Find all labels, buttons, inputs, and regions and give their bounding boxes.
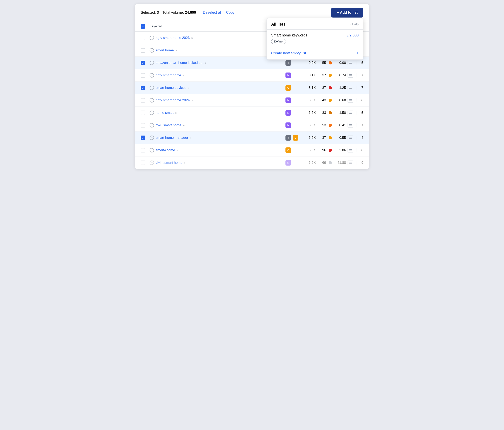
keyword-text[interactable]: home smart (156, 111, 174, 115)
row-checkbox-cell (141, 73, 150, 78)
add-to-list-icon[interactable]: + (150, 136, 154, 140)
row-checkbox[interactable] (141, 61, 145, 65)
row-keyword-cell: + home smart » (150, 111, 286, 115)
serp-icon[interactable] (348, 86, 353, 90)
serp-inner (349, 86, 352, 89)
row-checkbox[interactable] (141, 111, 145, 115)
row-kd: 53 (316, 123, 332, 127)
help-label[interactable]: Help (352, 23, 359, 26)
deselect-all-button[interactable]: Deselect all (203, 10, 222, 15)
keyword-text[interactable]: smart home (156, 48, 174, 52)
serp-icon[interactable] (348, 136, 353, 140)
row-serp-cell (346, 61, 355, 65)
serp-icon[interactable] (348, 148, 353, 152)
add-to-list-icon[interactable]: + (150, 73, 154, 78)
copy-button[interactable]: Copy (226, 10, 234, 15)
row-kd: 83 (316, 111, 332, 115)
intent-badges: N (286, 160, 300, 166)
table-row: + roku smart home » N 6.6K 53 0.41 7 (135, 119, 369, 132)
keyword-arrows-icon: » (175, 111, 177, 114)
row-keyword-cell: + vivint smart home » (150, 160, 286, 165)
intent-badges: C (286, 148, 300, 153)
add-to-list-icon[interactable]: + (150, 36, 154, 40)
add-to-list-button[interactable]: + Add to list (331, 8, 363, 18)
intent-badge-C: C (286, 148, 291, 153)
add-to-list-icon[interactable]: + (150, 61, 154, 65)
table-row: + smart home manager » IC 6.6K 37 0.55 4 (135, 132, 369, 144)
row-volume: 6.6K (300, 111, 316, 115)
row-serp-cell (346, 148, 355, 152)
add-to-list-icon[interactable]: + (150, 123, 154, 127)
default-badge: Default (271, 39, 286, 44)
row-keyword-cell: + smart&home » (150, 148, 286, 152)
list-count: 3/2,000 (347, 33, 359, 37)
row-kd: 69 (316, 161, 332, 165)
row-checkbox[interactable] (141, 136, 145, 140)
add-to-list-icon[interactable]: + (150, 48, 154, 53)
keyword-text[interactable]: smart home manager (156, 136, 188, 140)
row-keyword-cell: + amazon smart home locked out » (150, 61, 286, 65)
row-checkbox[interactable] (141, 48, 145, 53)
table-row: + vivint smart home » N 6.6K 69 41.88 9 (135, 157, 369, 169)
row-checkbox[interactable] (141, 73, 145, 78)
keyword-text[interactable]: amazon smart home locked out (156, 61, 203, 65)
row-checkbox[interactable] (141, 36, 145, 40)
intent-badge-N: N (286, 160, 291, 166)
add-to-list-icon[interactable]: + (150, 111, 154, 115)
row-checkbox-cell (141, 98, 150, 103)
serp-inner (349, 161, 352, 164)
serp-icon[interactable] (348, 98, 353, 103)
row-checkbox-cell (141, 136, 150, 140)
row-keyword-cell: + smart home manager » (150, 136, 286, 140)
row-results: 7 (356, 73, 363, 77)
list-item-top: Smart home keywords 3/2,000 (271, 33, 359, 37)
intent-badge-N: N (286, 97, 291, 103)
table-row: + home smart » N 6.6K 83 1.50 5 (135, 106, 369, 119)
keyword-text[interactable]: hgtv smart home 2023 (156, 36, 190, 40)
row-checkbox[interactable] (141, 148, 145, 152)
row-volume: 8.1K (300, 86, 316, 90)
select-all-checkbox[interactable] (141, 24, 145, 29)
keyword-text[interactable]: vivint smart home (156, 161, 182, 165)
serp-icon[interactable] (348, 160, 353, 165)
top-bar: Selected: 3 Total volume: 24,600 Deselec… (135, 4, 369, 21)
add-to-list-icon[interactable]: + (150, 160, 154, 165)
keyword-text[interactable]: smart home devices (156, 86, 186, 90)
row-checkbox-cell (141, 36, 150, 40)
serp-inner (349, 136, 352, 139)
list-item-smart-home-keywords[interactable]: Smart home keywords 3/2,000 Default (267, 30, 363, 47)
keyword-text[interactable]: hgtv smart home 2024 (156, 98, 190, 102)
row-kd: 87 (316, 86, 332, 90)
add-to-list-icon[interactable]: + (150, 86, 154, 90)
keyword-arrows-icon: » (191, 99, 193, 102)
add-to-list-icon[interactable]: + (150, 98, 154, 103)
dropdown-help: 𝑖 Help (350, 23, 359, 26)
row-checkbox[interactable] (141, 86, 145, 90)
keyword-arrows-icon: » (188, 86, 189, 89)
help-icon: 𝑖 (350, 23, 351, 26)
create-new-list-row[interactable]: Create new empty list + (267, 47, 363, 59)
row-results: 7 (356, 123, 363, 127)
serp-icon[interactable] (348, 73, 353, 78)
row-checkbox[interactable] (141, 98, 145, 103)
keyword-text[interactable]: smart&home (156, 148, 175, 152)
top-bar-left: Selected: 3 Total volume: 24,600 Deselec… (141, 10, 330, 15)
serp-icon[interactable] (348, 111, 353, 115)
row-cpc: 2.86 (332, 148, 346, 152)
serp-icon[interactable] (348, 61, 353, 65)
kd-difficulty-dot (329, 86, 332, 89)
row-checkbox[interactable] (141, 160, 145, 165)
row-serp-cell (346, 86, 355, 90)
intent-badges: N (286, 110, 300, 116)
keyword-text[interactable]: hgtv smart home (156, 73, 181, 77)
create-new-label: Create new empty list (271, 51, 306, 55)
intent-badges: C (286, 85, 300, 91)
add-to-list-icon[interactable]: + (150, 148, 154, 152)
keyword-text[interactable]: roku smart home (156, 123, 181, 127)
total-volume: 24,600 (185, 10, 196, 15)
serp-icon[interactable] (348, 123, 353, 127)
intent-badges: N (286, 97, 300, 103)
row-checkbox[interactable] (141, 123, 145, 127)
intent-badge-I: I (286, 135, 291, 140)
serp-inner (349, 61, 352, 64)
